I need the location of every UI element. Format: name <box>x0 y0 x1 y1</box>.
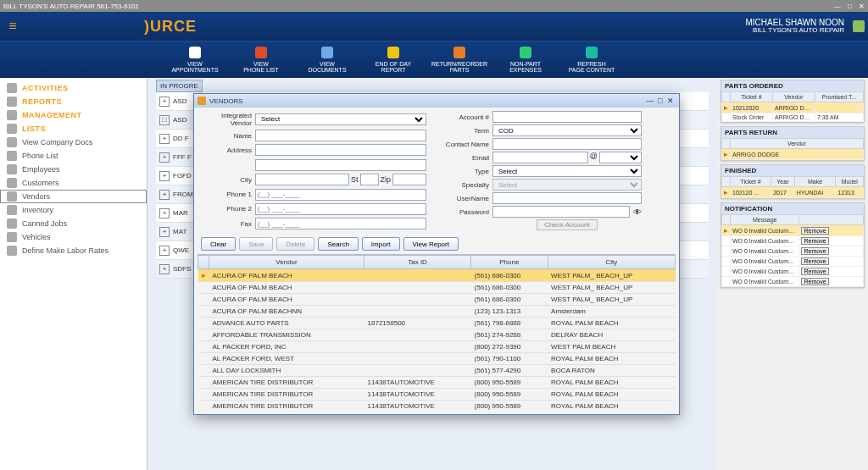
column-header[interactable]: Year <box>771 177 794 187</box>
phone2-input[interactable] <box>255 203 426 215</box>
sidebar-group[interactable]: REPORTS <box>0 95 147 108</box>
remove-button[interactable]: Remove <box>801 257 828 265</box>
vendor-grid[interactable]: VendorTax IDPhoneCity▸ACURA OF PALM BEAC… <box>198 255 676 411</box>
expand-icon[interactable]: + <box>159 134 170 144</box>
address-input[interactable] <box>255 144 426 156</box>
table-row[interactable]: WO 0 Invalid Customer EmailRemove <box>722 257 864 267</box>
expand-icon[interactable]: + <box>159 190 170 200</box>
remove-button[interactable]: Remove <box>801 278 828 285</box>
table-row[interactable]: Stock OrderARRIGO DOD...7:30 AM <box>722 113 864 122</box>
type-select[interactable]: Select <box>492 165 642 177</box>
sidebar-group[interactable]: ACTIVITIES <box>0 81 147 95</box>
toolbar-button[interactable]: END OF DAY REPORT <box>368 47 419 73</box>
grid-column-header[interactable]: City <box>548 256 675 269</box>
column-header[interactable]: Make <box>794 177 836 187</box>
table-row[interactable]: ▸102120 ...2017HYUNDAI12313 <box>722 187 864 198</box>
expand-icon[interactable]: + <box>159 208 170 218</box>
menu-icon[interactable]: ≡ <box>0 19 25 34</box>
table-row[interactable]: AL PACKER FORD, WEST(561) 790-1100ROYAL … <box>198 353 676 365</box>
password-input[interactable] <box>492 206 630 218</box>
table-row[interactable]: AL PACKER FORD, INC(800) 272-9390WEST PA… <box>198 341 676 353</box>
column-header[interactable]: Ticket # <box>731 92 773 102</box>
expand-icon[interactable]: + <box>159 171 170 181</box>
column-header[interactable]: Ticket # <box>731 177 771 187</box>
state-input[interactable] <box>360 174 379 185</box>
expand-icon[interactable]: □ <box>159 115 170 125</box>
expand-icon[interactable]: + <box>159 246 170 256</box>
table-row[interactable]: ACURA OF PALM BEACHNN(123) 123-1313Amste… <box>198 306 676 318</box>
sidebar-item[interactable]: Canned Jobs <box>0 217 147 230</box>
column-header[interactable]: Vendor <box>731 139 864 149</box>
username-input[interactable] <box>492 192 642 204</box>
close-icon[interactable]: ✕ <box>859 3 865 10</box>
toolbar-button[interactable]: VIEW APPOINTMENTS <box>170 47 220 73</box>
expand-icon[interactable]: + <box>159 264 170 274</box>
column-header[interactable]: Promised T... <box>815 92 863 102</box>
integrated-vendor-select[interactable]: Select <box>255 113 426 125</box>
dialog-maximize-icon[interactable]: □ <box>655 97 665 105</box>
sidebar-item[interactable]: View Company Docs <box>0 135 147 149</box>
toolbar-button[interactable]: VIEW PHONE LIST <box>236 47 287 73</box>
table-row[interactable]: WO 0 Invalid Customer EmailRemove <box>722 277 864 287</box>
table-row[interactable]: ▸WO 0 Invalid Customer EmailRemove <box>722 225 864 236</box>
sidebar-item[interactable]: Vehicles <box>0 230 147 244</box>
dialog-close-icon[interactable]: ✕ <box>665 97 676 105</box>
sidebar-group[interactable]: LISTS <box>0 122 147 135</box>
column-header[interactable]: Model <box>836 177 864 187</box>
table-row[interactable]: ▸ARRIGO DODGE <box>722 149 864 160</box>
phone1-input[interactable] <box>255 189 426 201</box>
name-input[interactable] <box>255 130 426 141</box>
table-row[interactable]: ADVANCE AUTO PARTS1872158500(561) 798-68… <box>198 318 676 329</box>
table-row[interactable]: WO 0 Invalid Customer EmailRemove <box>722 236 864 246</box>
term-select[interactable]: COD <box>492 124 642 136</box>
dialog-titlebar[interactable]: VENDORS — □ ✕ <box>194 94 679 108</box>
column-header[interactable]: Vendor <box>772 92 815 102</box>
sidebar-item[interactable]: Employees <box>0 163 147 176</box>
table-row[interactable]: ACURA OF PALM BEACH(561) 686-0300WEST PA… <box>198 294 676 306</box>
account-input[interactable] <box>492 111 642 123</box>
maximize-icon[interactable]: □ <box>848 3 852 10</box>
minimize-icon[interactable]: — <box>834 3 841 10</box>
import-button[interactable]: Import <box>362 237 400 251</box>
toolbar-button[interactable]: REFRESH PAGE CONTENT <box>566 47 617 73</box>
expand-icon[interactable]: + <box>159 152 170 163</box>
fax-input[interactable] <box>255 218 426 229</box>
sidebar-item[interactable]: Phone List <box>0 149 147 163</box>
toolbar-button[interactable]: VIEW DOCUMENTS <box>302 47 353 73</box>
table-row[interactable]: ALL DAY LOCKSMITH(561) 577-4290BOCA RATO… <box>198 365 676 377</box>
table-row[interactable]: WO 0 Invalid Customer EmailRemove <box>722 246 864 257</box>
remove-button[interactable]: Remove <box>801 268 828 275</box>
table-row[interactable]: WO 0 Invalid Customer EmailRemove <box>722 267 864 277</box>
remove-button[interactable]: Remove <box>801 237 828 245</box>
table-row[interactable]: AMERICAN TIRE DISTRIBUTOR11438TAUTOMOTIV… <box>198 401 676 412</box>
address2-input[interactable] <box>255 159 426 171</box>
email-input[interactable] <box>492 152 588 163</box>
table-row[interactable]: ACURA OF PALM BEACH(561) 686-0300WEST PA… <box>198 282 676 294</box>
grid-column-header[interactable]: Phone <box>471 256 548 269</box>
sidebar-item[interactable]: Inventory <box>0 203 147 217</box>
table-row[interactable]: ▸ACURA OF PALM BEACH(561) 686-0300WEST P… <box>198 269 676 282</box>
table-row[interactable]: ▸10212020ARRIGO DOD... <box>722 102 864 113</box>
grid-column-header[interactable]: Vendor <box>209 256 364 269</box>
city-input[interactable] <box>255 174 349 185</box>
sidebar-item[interactable]: Define Make Labor Rates <box>0 244 147 257</box>
expand-icon[interactable]: + <box>159 97 170 107</box>
sidebar-group[interactable]: MANAGEMENT <box>0 108 147 122</box>
dialog-minimize-icon[interactable]: — <box>645 97 655 105</box>
table-row[interactable]: AFFORDABLE TRANSMISSION(561) 274-9288DEL… <box>198 329 676 341</box>
eye-icon[interactable]: 👁 <box>630 207 642 217</box>
sidebar-item[interactable]: Vendors <box>0 190 147 203</box>
contact-input[interactable] <box>492 138 642 150</box>
grid-column-header[interactable]: Tax ID <box>364 256 471 269</box>
expand-icon[interactable]: + <box>159 227 170 237</box>
zip-input[interactable] <box>392 174 426 185</box>
table-row[interactable]: AMERICAN TIRE DISTRIBUTOR11438TAUTOMOTIV… <box>198 377 676 389</box>
table-row[interactable]: AMERICAN TIRE DISTRIBUTOR11438TAUTOMOTIV… <box>198 389 676 401</box>
clear-button[interactable]: Clear <box>201 237 236 251</box>
email-domain-select[interactable] <box>599 152 642 163</box>
view-report-button[interactable]: View Report <box>403 237 459 251</box>
search-button[interactable]: Search <box>318 237 358 251</box>
toolbar-button[interactable]: RETURN/REORDER PARTS <box>434 47 485 73</box>
sidebar-item[interactable]: Customers <box>0 176 147 190</box>
remove-button[interactable]: Remove <box>801 227 828 235</box>
